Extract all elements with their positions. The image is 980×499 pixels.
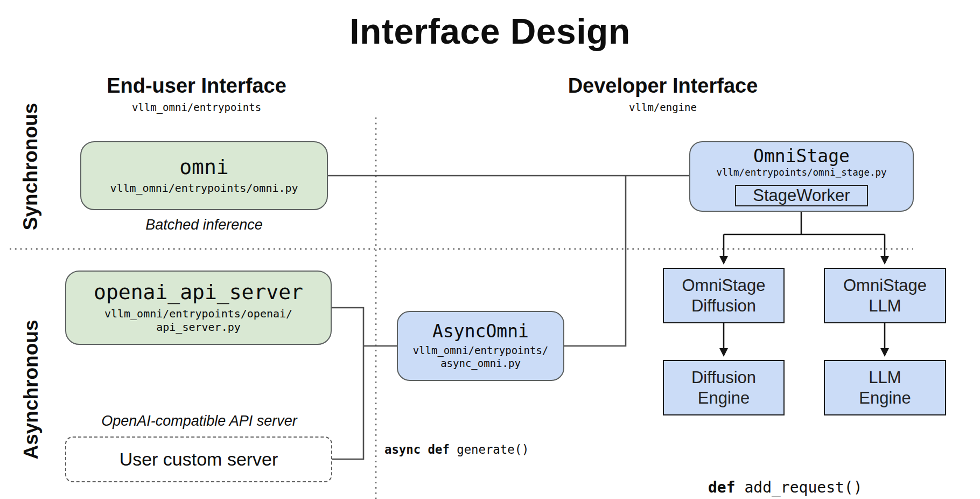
openai-compatible-caption: OpenAI-compatible API server bbox=[65, 413, 334, 429]
async-omni-path-line1: vllm_omni/entrypoints/ bbox=[413, 344, 549, 357]
code-line-add-request: def add_request() bbox=[708, 476, 880, 499]
async-omni-code-block: async def generate() async def abort() +… bbox=[384, 397, 558, 499]
omnistage-llm-line2: LLM bbox=[869, 296, 901, 316]
code-line-generate: async def generate() bbox=[384, 439, 558, 460]
stage-worker-label: StageWorker bbox=[753, 186, 850, 205]
stage-worker-box: StageWorker bbox=[735, 185, 868, 206]
omni-node: omni vllm_omni/entrypoints/omni.py bbox=[80, 141, 328, 210]
omni-node-path: vllm_omni/entrypoints/omni.py bbox=[110, 182, 298, 195]
connector-asyncomni-to-omnistage-line bbox=[564, 176, 626, 346]
connector-openai-to-usercustom bbox=[332, 308, 363, 459]
async-omni-path-line2: async_omni.py bbox=[440, 357, 521, 370]
diffusion-engine-line2: Engine bbox=[698, 388, 750, 408]
keyword: async def bbox=[384, 442, 457, 456]
omnistage-diffusion-line2: Diffusion bbox=[691, 296, 756, 316]
omnistage-llm-line1: OmniStage bbox=[843, 275, 927, 296]
asynchronous-row-label: Asynchronous bbox=[19, 298, 44, 481]
llm-engine-line1: LLM bbox=[869, 368, 901, 388]
synchronous-row-label: Synchronous bbox=[18, 75, 43, 258]
async-omni-node: AsyncOmni vllm_omni/entrypoints/ async_o… bbox=[397, 311, 564, 381]
openai-api-server-path-line1: vllm_omni/entrypoints/openai/ bbox=[104, 307, 292, 321]
keyword: def bbox=[708, 479, 744, 496]
user-custom-server-node: User custom server bbox=[65, 436, 332, 482]
openai-api-server-title: openai_api_server bbox=[94, 281, 303, 304]
openai-api-server-path-line2: api_server.py bbox=[156, 321, 241, 334]
end-user-interface-header: End-user Interface bbox=[35, 74, 358, 98]
omnistage-diffusion-line1: OmniStage bbox=[682, 275, 765, 296]
code-text: generate() bbox=[457, 442, 529, 456]
omnistage-llm-box: OmniStage LLM bbox=[824, 268, 946, 323]
page-title: Interface Design bbox=[0, 11, 980, 52]
omni-stage-path: vllm/entrypoints/omni_stage.py bbox=[716, 167, 886, 179]
code-text: add_request() bbox=[744, 479, 862, 496]
omni-stage-title: OmniStage bbox=[753, 147, 850, 166]
stage-methods-code-block: def add_request() def abort_request() de… bbox=[708, 431, 880, 499]
llm-engine-box: LLM Engine bbox=[824, 360, 946, 415]
omnistage-diffusion-box: OmniStage Diffusion bbox=[663, 268, 785, 323]
diffusion-engine-line1: Diffusion bbox=[691, 368, 756, 388]
developer-interface-path: vllm/engine bbox=[501, 101, 824, 113]
omni-node-title: omni bbox=[179, 156, 229, 179]
diffusion-engine-box: Diffusion Engine bbox=[663, 360, 785, 415]
user-custom-server-label: User custom server bbox=[120, 449, 278, 470]
developer-interface-header: Developer Interface bbox=[501, 74, 824, 98]
llm-engine-line2: Engine bbox=[859, 388, 911, 408]
interface-design-diagram: Interface Design End-user Interface vllm… bbox=[0, 0, 980, 499]
batched-inference-caption: Batched inference bbox=[69, 217, 339, 233]
async-omni-title: AsyncOmni bbox=[432, 322, 529, 341]
openai-api-server-node: openai_api_server vllm_omni/entrypoints/… bbox=[65, 271, 332, 345]
end-user-interface-path: vllm_omni/entrypoints bbox=[35, 101, 358, 113]
